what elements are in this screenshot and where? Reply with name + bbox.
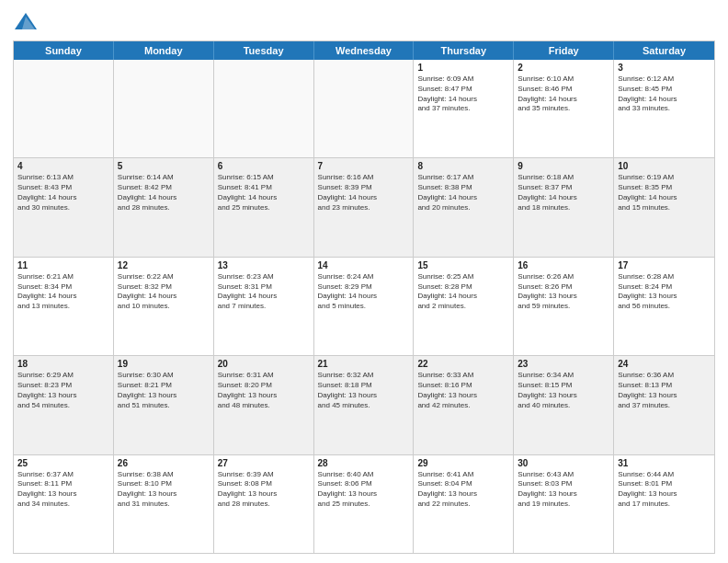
cell-info: Sunrise: 6:14 AM Sunset: 8:42 PM Dayligh… bbox=[118, 173, 210, 213]
day-number: 18 bbox=[17, 359, 109, 369]
calendar-cell bbox=[314, 60, 415, 157]
calendar-week-2: 4Sunrise: 6:13 AM Sunset: 8:43 PM Daylig… bbox=[14, 158, 714, 257]
calendar-cell: 22Sunrise: 6:33 AM Sunset: 8:16 PM Dayli… bbox=[414, 356, 514, 454]
calendar-cell: 6Sunrise: 6:15 AM Sunset: 8:41 PM Daylig… bbox=[214, 158, 314, 256]
cell-info: Sunrise: 6:41 AM Sunset: 8:04 PM Dayligh… bbox=[417, 470, 509, 510]
day-number: 5 bbox=[118, 161, 210, 171]
cell-info: Sunrise: 6:25 AM Sunset: 8:28 PM Dayligh… bbox=[417, 272, 509, 312]
header-day-friday: Friday bbox=[514, 41, 614, 60]
cell-info: Sunrise: 6:13 AM Sunset: 8:43 PM Dayligh… bbox=[17, 173, 109, 213]
calendar-cell: 10Sunrise: 6:19 AM Sunset: 8:35 PM Dayli… bbox=[614, 158, 714, 256]
day-number: 30 bbox=[518, 458, 609, 468]
cell-info: Sunrise: 6:26 AM Sunset: 8:26 PM Dayligh… bbox=[518, 272, 609, 312]
day-number: 8 bbox=[417, 161, 509, 171]
calendar-week-5: 25Sunrise: 6:37 AM Sunset: 8:11 PM Dayli… bbox=[14, 455, 714, 553]
day-number: 2 bbox=[518, 63, 609, 73]
cell-info: Sunrise: 6:19 AM Sunset: 8:35 PM Dayligh… bbox=[618, 173, 711, 213]
header-day-wednesday: Wednesday bbox=[314, 41, 415, 60]
calendar-cell: 9Sunrise: 6:18 AM Sunset: 8:37 PM Daylig… bbox=[514, 158, 614, 256]
calendar-cell: 29Sunrise: 6:41 AM Sunset: 8:04 PM Dayli… bbox=[414, 455, 514, 553]
day-number: 26 bbox=[118, 458, 210, 468]
cell-info: Sunrise: 6:24 AM Sunset: 8:29 PM Dayligh… bbox=[318, 272, 410, 312]
calendar-cell: 12Sunrise: 6:22 AM Sunset: 8:32 PM Dayli… bbox=[114, 258, 214, 355]
header-day-thursday: Thursday bbox=[414, 41, 514, 60]
cell-info: Sunrise: 6:21 AM Sunset: 8:34 PM Dayligh… bbox=[17, 272, 109, 312]
cell-info: Sunrise: 6:40 AM Sunset: 8:06 PM Dayligh… bbox=[318, 470, 410, 510]
header-day-saturday: Saturday bbox=[614, 41, 714, 60]
calendar-cell: 20Sunrise: 6:31 AM Sunset: 8:20 PM Dayli… bbox=[214, 356, 314, 454]
day-number: 27 bbox=[218, 458, 310, 468]
calendar-header: SundayMondayTuesdayWednesdayThursdayFrid… bbox=[14, 41, 714, 60]
cell-info: Sunrise: 6:16 AM Sunset: 8:39 PM Dayligh… bbox=[318, 173, 410, 213]
day-number: 4 bbox=[17, 161, 109, 171]
calendar-week-1: 1Sunrise: 6:09 AM Sunset: 8:47 PM Daylig… bbox=[14, 60, 714, 158]
calendar-cell: 23Sunrise: 6:34 AM Sunset: 8:15 PM Dayli… bbox=[514, 356, 614, 454]
day-number: 31 bbox=[618, 458, 711, 468]
cell-info: Sunrise: 6:33 AM Sunset: 8:16 PM Dayligh… bbox=[417, 371, 509, 410]
cell-info: Sunrise: 6:28 AM Sunset: 8:24 PM Dayligh… bbox=[618, 272, 711, 312]
day-number: 10 bbox=[618, 161, 711, 171]
cell-info: Sunrise: 6:29 AM Sunset: 8:23 PM Dayligh… bbox=[17, 371, 109, 410]
calendar-week-4: 18Sunrise: 6:29 AM Sunset: 8:23 PM Dayli… bbox=[14, 356, 714, 454]
calendar-cell: 25Sunrise: 6:37 AM Sunset: 8:11 PM Dayli… bbox=[14, 455, 114, 553]
calendar-cell: 24Sunrise: 6:36 AM Sunset: 8:13 PM Dayli… bbox=[614, 356, 714, 454]
day-number: 16 bbox=[518, 260, 609, 270]
cell-info: Sunrise: 6:30 AM Sunset: 8:21 PM Dayligh… bbox=[118, 371, 210, 410]
cell-info: Sunrise: 6:39 AM Sunset: 8:08 PM Dayligh… bbox=[218, 470, 310, 510]
calendar: SundayMondayTuesdayWednesdayThursdayFrid… bbox=[13, 40, 715, 554]
calendar-cell: 28Sunrise: 6:40 AM Sunset: 8:06 PM Dayli… bbox=[314, 455, 415, 553]
calendar-cell: 17Sunrise: 6:28 AM Sunset: 8:24 PM Dayli… bbox=[614, 258, 714, 355]
calendar-cell: 14Sunrise: 6:24 AM Sunset: 8:29 PM Dayli… bbox=[314, 258, 415, 355]
cell-info: Sunrise: 6:12 AM Sunset: 8:45 PM Dayligh… bbox=[618, 75, 711, 114]
day-number: 21 bbox=[318, 359, 410, 369]
day-number: 19 bbox=[118, 359, 210, 369]
calendar-cell: 18Sunrise: 6:29 AM Sunset: 8:23 PM Dayli… bbox=[14, 356, 114, 454]
day-number: 6 bbox=[218, 161, 310, 171]
header-day-tuesday: Tuesday bbox=[214, 41, 314, 60]
calendar-cell: 31Sunrise: 6:44 AM Sunset: 8:01 PM Dayli… bbox=[614, 455, 714, 553]
logo-icon bbox=[13, 9, 39, 35]
cell-info: Sunrise: 6:09 AM Sunset: 8:47 PM Dayligh… bbox=[417, 75, 509, 114]
cell-info: Sunrise: 6:37 AM Sunset: 8:11 PM Dayligh… bbox=[17, 470, 109, 510]
calendar-cell: 21Sunrise: 6:32 AM Sunset: 8:18 PM Dayli… bbox=[314, 356, 415, 454]
calendar-cell: 8Sunrise: 6:17 AM Sunset: 8:38 PM Daylig… bbox=[414, 158, 514, 256]
day-number: 13 bbox=[218, 260, 310, 270]
cell-info: Sunrise: 6:10 AM Sunset: 8:46 PM Dayligh… bbox=[518, 75, 609, 114]
calendar-cell: 11Sunrise: 6:21 AM Sunset: 8:34 PM Dayli… bbox=[14, 258, 114, 355]
calendar-body: 1Sunrise: 6:09 AM Sunset: 8:47 PM Daylig… bbox=[14, 60, 714, 553]
day-number: 22 bbox=[417, 359, 509, 369]
cell-info: Sunrise: 6:36 AM Sunset: 8:13 PM Dayligh… bbox=[618, 371, 711, 410]
calendar-cell: 30Sunrise: 6:43 AM Sunset: 8:03 PM Dayli… bbox=[514, 455, 614, 553]
day-number: 23 bbox=[518, 359, 609, 369]
day-number: 7 bbox=[318, 161, 410, 171]
day-number: 12 bbox=[118, 260, 210, 270]
day-number: 9 bbox=[518, 161, 609, 171]
cell-info: Sunrise: 6:34 AM Sunset: 8:15 PM Dayligh… bbox=[518, 371, 609, 410]
calendar-cell: 5Sunrise: 6:14 AM Sunset: 8:42 PM Daylig… bbox=[114, 158, 214, 256]
calendar-cell: 13Sunrise: 6:23 AM Sunset: 8:31 PM Dayli… bbox=[214, 258, 314, 355]
calendar-cell: 3Sunrise: 6:12 AM Sunset: 8:45 PM Daylig… bbox=[614, 60, 714, 157]
logo bbox=[13, 9, 42, 35]
cell-info: Sunrise: 6:22 AM Sunset: 8:32 PM Dayligh… bbox=[118, 272, 210, 312]
cell-info: Sunrise: 6:31 AM Sunset: 8:20 PM Dayligh… bbox=[218, 371, 310, 410]
header-day-monday: Monday bbox=[114, 41, 214, 60]
day-number: 17 bbox=[618, 260, 711, 270]
calendar-cell: 7Sunrise: 6:16 AM Sunset: 8:39 PM Daylig… bbox=[314, 158, 415, 256]
cell-info: Sunrise: 6:32 AM Sunset: 8:18 PM Dayligh… bbox=[318, 371, 410, 410]
page: SundayMondayTuesdayWednesdayThursdayFrid… bbox=[0, 0, 728, 563]
cell-info: Sunrise: 6:18 AM Sunset: 8:37 PM Dayligh… bbox=[518, 173, 609, 213]
day-number: 20 bbox=[218, 359, 310, 369]
day-number: 15 bbox=[417, 260, 509, 270]
day-number: 1 bbox=[417, 63, 509, 73]
calendar-cell bbox=[114, 60, 214, 157]
calendar-cell: 19Sunrise: 6:30 AM Sunset: 8:21 PM Dayli… bbox=[114, 356, 214, 454]
calendar-cell: 26Sunrise: 6:38 AM Sunset: 8:10 PM Dayli… bbox=[114, 455, 214, 553]
calendar-cell: 16Sunrise: 6:26 AM Sunset: 8:26 PM Dayli… bbox=[514, 258, 614, 355]
calendar-cell: 15Sunrise: 6:25 AM Sunset: 8:28 PM Dayli… bbox=[414, 258, 514, 355]
calendar-week-3: 11Sunrise: 6:21 AM Sunset: 8:34 PM Dayli… bbox=[14, 258, 714, 356]
cell-info: Sunrise: 6:15 AM Sunset: 8:41 PM Dayligh… bbox=[218, 173, 310, 213]
day-number: 3 bbox=[618, 63, 711, 73]
cell-info: Sunrise: 6:23 AM Sunset: 8:31 PM Dayligh… bbox=[218, 272, 310, 312]
calendar-cell bbox=[14, 60, 114, 157]
header-day-sunday: Sunday bbox=[14, 41, 114, 60]
